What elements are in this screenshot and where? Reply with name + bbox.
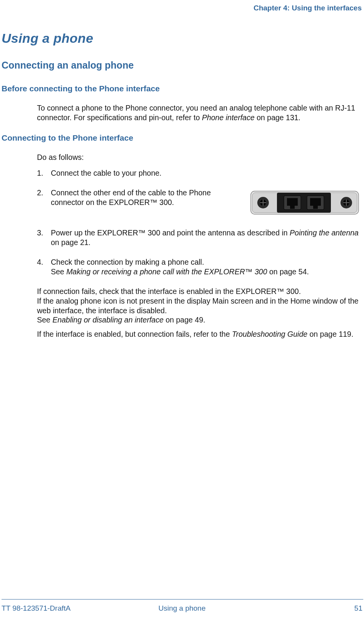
step-number: 3.: [37, 228, 43, 238]
text: See: [51, 267, 66, 276]
phone-connector-figure: [247, 188, 362, 218]
footer-section-name: Using a phone: [2, 604, 362, 613]
footer-rule: [2, 599, 363, 600]
step-text: Power up the EXPLORER™ 300 and point the…: [51, 228, 359, 247]
svg-rect-12: [287, 198, 298, 206]
text: Check the connection by making a phone c…: [51, 258, 204, 266]
text: If the analog phone icon is not present …: [37, 297, 359, 315]
text: on page 49.: [163, 316, 205, 324]
step-number: 4.: [37, 257, 43, 267]
step-3: 3. Power up the EXPLORER™ 300 and point …: [37, 228, 362, 247]
step-2: 2. Connect the other end of the cable to…: [37, 188, 362, 218]
subsection-heading: Connecting an analog phone: [2, 60, 362, 71]
text: on page 119.: [307, 330, 353, 338]
trailing-paragraphs: If connection fails, check that the inte…: [37, 287, 362, 339]
text: If the interface is enabled, but connect…: [37, 330, 232, 338]
do-as-follows: Do as follows:: [37, 153, 362, 162]
reference-enable-interface: Enabling or disabling an interface: [52, 316, 163, 324]
step-number: 2.: [37, 188, 43, 198]
svg-rect-15: [310, 198, 321, 206]
reference-phone-interface: Phone interface: [202, 113, 255, 122]
document-page: Chapter 4: Using the interfaces Using a …: [0, 0, 364, 618]
step-4: 4. Check the connection by making a phon…: [37, 257, 362, 277]
page-title: Using a phone: [2, 31, 362, 46]
text: If connection fails, check that the inte…: [37, 287, 301, 296]
step-text: Check the connection by making a phone c…: [51, 258, 309, 276]
step-1: 1. Connect the cable to your phone.: [37, 168, 362, 178]
body-block: Do as follows: 1. Connect the cable to y…: [37, 153, 362, 339]
reference-making-call: Making or receiving a phone call with th…: [66, 267, 267, 276]
svg-rect-16: [313, 206, 318, 209]
text: Power up the EXPLORER™ 300 and point the…: [51, 228, 290, 237]
text: on page 54.: [267, 267, 309, 276]
svg-rect-13: [290, 206, 295, 209]
before-connecting-heading: Before connecting to the Phone interface: [2, 84, 362, 93]
connecting-heading: Connecting to the Phone interface: [2, 133, 362, 143]
steps-list: 1. Connect the cable to your phone. 2. C…: [37, 168, 362, 277]
reference-troubleshooting: Troubleshooting Guide: [232, 330, 307, 338]
step-number: 1.: [37, 168, 43, 178]
step-text: Connect the other end of the cable to th…: [51, 188, 240, 207]
intro-paragraph: To connect a phone to the Phone connecto…: [37, 103, 362, 123]
page-footer: TT 98-123571-DraftA Using a phone 51: [2, 604, 362, 613]
text: To connect a phone to the Phone connecto…: [37, 104, 355, 122]
text: on page 131.: [255, 113, 300, 122]
reference-pointing-antenna: Pointing the antenna: [290, 228, 359, 237]
step-text: Connect the cable to your phone.: [51, 169, 161, 177]
running-header: Chapter 4: Using the interfaces: [253, 4, 362, 12]
page-content: Using a phone Connecting an analog phone…: [2, 31, 362, 344]
text: See: [37, 316, 52, 324]
body-block: To connect a phone to the Phone connecto…: [37, 103, 362, 123]
text: on page 21.: [51, 238, 91, 247]
